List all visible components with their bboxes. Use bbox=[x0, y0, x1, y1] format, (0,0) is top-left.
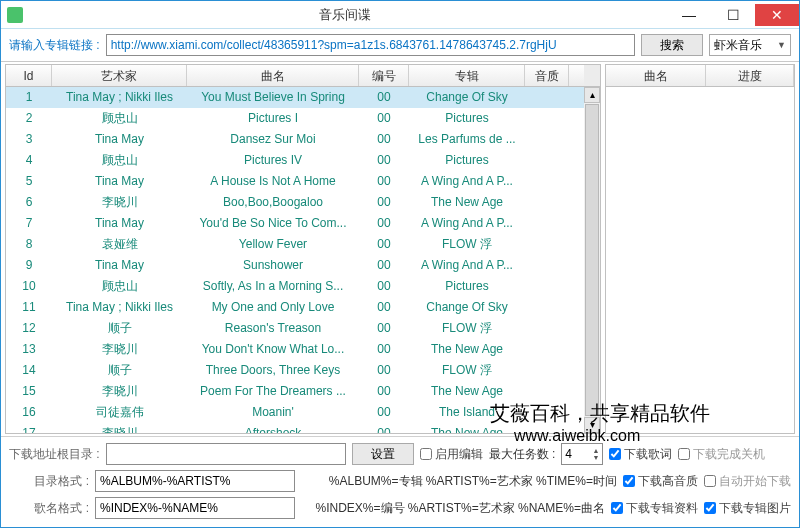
cell: Pictures IV bbox=[187, 150, 359, 171]
cell: A House Is Not A Home bbox=[187, 171, 359, 192]
table-row[interactable]: 17李晓川Aftershock00The New Age bbox=[6, 423, 584, 433]
cell bbox=[525, 360, 569, 381]
cell: 00 bbox=[359, 297, 409, 318]
max-tasks-spinner[interactable]: 4 ▲▼ bbox=[561, 443, 603, 465]
col-album[interactable]: 专辑 bbox=[409, 65, 525, 86]
dirfmt-input[interactable] bbox=[95, 470, 295, 492]
table-row[interactable]: 7Tina MayYou'd Be So Nice To Com...00A W… bbox=[6, 213, 584, 234]
cell: Tina May bbox=[52, 129, 187, 150]
bottom-panel: 下载地址根目录 : 设置 启用编辑 最大任务数 : 4 ▲▼ 下载歌词 下载完成… bbox=[1, 436, 799, 527]
cell: Poem For The Dreamers ... bbox=[187, 381, 359, 402]
spinner-arrows-icon[interactable]: ▲▼ bbox=[592, 447, 599, 461]
table-row[interactable]: 8袁娅维Yellow Fever00FLOW 浮 bbox=[6, 234, 584, 255]
cell bbox=[525, 171, 569, 192]
cell: 16 bbox=[6, 402, 52, 423]
cell bbox=[525, 318, 569, 339]
table-row[interactable]: 4顾忠山Pictures IV00Pictures bbox=[6, 150, 584, 171]
cell: 00 bbox=[359, 171, 409, 192]
cell: Change Of Sky bbox=[409, 87, 525, 108]
scroll-down-icon[interactable]: ▾ bbox=[584, 417, 600, 433]
table-row[interactable]: 11Tina May ; Nikki IlesMy One and Only L… bbox=[6, 297, 584, 318]
col-song[interactable]: 曲名 bbox=[187, 65, 359, 86]
row-root: 下载地址根目录 : 设置 启用编辑 最大任务数 : 4 ▲▼ 下载歌词 下载完成… bbox=[9, 443, 791, 465]
info-checkbox[interactable]: 下载专辑资料 bbox=[611, 500, 698, 517]
dl-col-progress[interactable]: 进度 bbox=[706, 65, 794, 86]
enable-edit-checkbox[interactable]: 启用编辑 bbox=[420, 446, 483, 463]
cell: 00 bbox=[359, 192, 409, 213]
minimize-button[interactable]: — bbox=[667, 4, 711, 26]
table-row[interactable]: 16司徒嘉伟Moanin'00The Island bbox=[6, 402, 584, 423]
cell: 李晓川 bbox=[52, 381, 187, 402]
cell: 00 bbox=[359, 255, 409, 276]
results-body[interactable]: 1Tina May ; Nikki IlesYou Must Believe I… bbox=[6, 87, 584, 433]
namefmt-desc: %INDEX%=编号 %ARTIST%=艺术家 %NAME%=曲名 bbox=[315, 500, 605, 517]
cell: 12 bbox=[6, 318, 52, 339]
table-row[interactable]: 15李晓川Poem For The Dreamers ...00The New … bbox=[6, 381, 584, 402]
vertical-scrollbar[interactable]: ▴ ▾ bbox=[584, 87, 600, 433]
auto-checkbox[interactable]: 自动开始下载 bbox=[704, 473, 791, 490]
cell: 00 bbox=[359, 213, 409, 234]
chevron-down-icon: ▼ bbox=[777, 40, 786, 50]
cell bbox=[525, 402, 569, 423]
col-quality[interactable]: 音质 bbox=[525, 65, 569, 86]
cell: 00 bbox=[359, 129, 409, 150]
cell: Tina May bbox=[52, 213, 187, 234]
search-button[interactable]: 搜索 bbox=[641, 34, 703, 56]
table-row[interactable]: 14顺子Three Doors, Three Keys00FLOW 浮 bbox=[6, 360, 584, 381]
maximize-button[interactable]: ☐ bbox=[711, 4, 755, 26]
scroll-up-icon[interactable]: ▴ bbox=[584, 87, 600, 103]
url-label: 请输入专辑链接 : bbox=[9, 37, 100, 54]
source-combo[interactable]: 虾米音乐 ▼ bbox=[709, 34, 791, 56]
cell: 司徒嘉伟 bbox=[52, 402, 187, 423]
cell: Pictures bbox=[409, 150, 525, 171]
namefmt-input[interactable] bbox=[95, 497, 295, 519]
dl-col-song[interactable]: 曲名 bbox=[606, 65, 706, 86]
col-id[interactable]: Id bbox=[6, 65, 52, 86]
table-row[interactable]: 12顺子Reason's Treason00FLOW 浮 bbox=[6, 318, 584, 339]
table-row[interactable]: 3Tina MayDansez Sur Moi00Les Parfums de … bbox=[6, 129, 584, 150]
cell: The New Age bbox=[409, 381, 525, 402]
cell: Les Parfums de ... bbox=[409, 129, 525, 150]
cell bbox=[525, 297, 569, 318]
col-artist[interactable]: 艺术家 bbox=[52, 65, 187, 86]
source-value: 虾米音乐 bbox=[714, 37, 762, 54]
table-row[interactable]: 6李晓川Boo,Boo,Boogaloo00The New Age bbox=[6, 192, 584, 213]
cell: 10 bbox=[6, 276, 52, 297]
cell: Tina May ; Nikki Iles bbox=[52, 87, 187, 108]
cell: 7 bbox=[6, 213, 52, 234]
root-input[interactable] bbox=[106, 443, 346, 465]
close-button[interactable]: ✕ bbox=[755, 4, 799, 26]
results-header: Id 艺术家 曲名 编号 专辑 音质 bbox=[6, 65, 584, 87]
cell: You Don't Know What Lo... bbox=[187, 339, 359, 360]
table-row[interactable]: 5Tina MayA House Is Not A Home00A Wing A… bbox=[6, 171, 584, 192]
cell bbox=[525, 276, 569, 297]
url-input[interactable] bbox=[106, 34, 635, 56]
namefmt-label: 歌名格式 : bbox=[9, 500, 89, 517]
cell: FLOW 浮 bbox=[409, 318, 525, 339]
cover-checkbox[interactable]: 下载专辑图片 bbox=[704, 500, 791, 517]
cell bbox=[525, 255, 569, 276]
table-row[interactable]: 9Tina MaySunshower00A Wing And A P... bbox=[6, 255, 584, 276]
cell: 顾忠山 bbox=[52, 276, 187, 297]
cell: Change Of Sky bbox=[409, 297, 525, 318]
hq-checkbox[interactable]: 下载高音质 bbox=[623, 473, 698, 490]
cell: Reason's Treason bbox=[187, 318, 359, 339]
cell: 00 bbox=[359, 360, 409, 381]
downloads-body[interactable] bbox=[606, 87, 794, 433]
downloads-header: 曲名 进度 bbox=[606, 65, 794, 87]
col-code[interactable]: 编号 bbox=[359, 65, 409, 86]
cell: Tina May bbox=[52, 255, 187, 276]
cell: 00 bbox=[359, 339, 409, 360]
settings-button[interactable]: 设置 bbox=[352, 443, 414, 465]
titlebar: 音乐间谍 — ☐ ✕ bbox=[1, 1, 799, 29]
scroll-thumb[interactable] bbox=[585, 104, 599, 416]
cell: The Island bbox=[409, 402, 525, 423]
lyrics-checkbox[interactable]: 下载歌词 bbox=[609, 446, 672, 463]
cell: 3 bbox=[6, 129, 52, 150]
cell: 顺子 bbox=[52, 360, 187, 381]
table-row[interactable]: 10顾忠山Softly, As In a Morning S...00Pictu… bbox=[6, 276, 584, 297]
table-row[interactable]: 2顾忠山Pictures I00Pictures bbox=[6, 108, 584, 129]
table-row[interactable]: 1Tina May ; Nikki IlesYou Must Believe I… bbox=[6, 87, 584, 108]
shutdown-checkbox[interactable]: 下载完成关机 bbox=[678, 446, 765, 463]
table-row[interactable]: 13李晓川You Don't Know What Lo...00The New … bbox=[6, 339, 584, 360]
